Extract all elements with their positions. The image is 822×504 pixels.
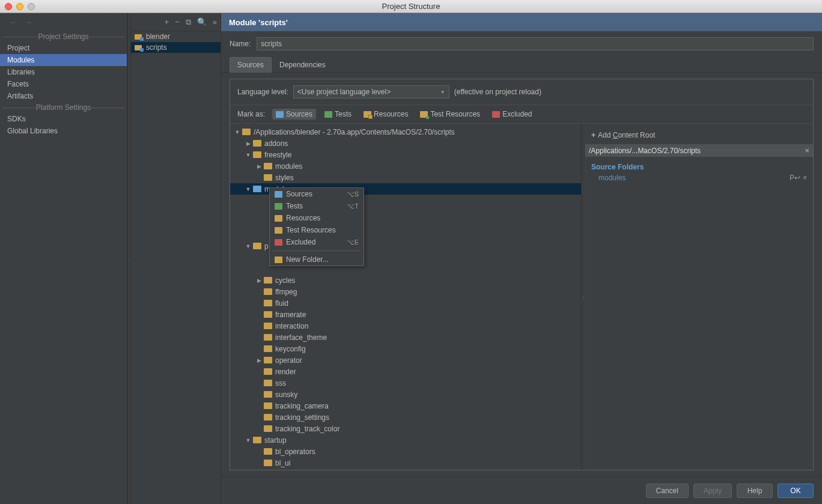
tree-root[interactable]: /Applications/blender - 2.70a.app/Conten…	[230, 126, 581, 138]
expand-arrow-icon[interactable]	[255, 163, 263, 169]
tree-node[interactable]: interface_theme	[230, 332, 581, 343]
tree-node[interactable]: sunsky	[230, 389, 581, 400]
mark-sources-button[interactable]: Sources	[272, 109, 316, 120]
tree-node[interactable]: tracking_settings	[230, 411, 581, 423]
expand-arrow-icon[interactable]	[234, 129, 241, 135]
sources-tab-content: Language level: <Use project language le…	[230, 79, 814, 470]
copy-module-icon[interactable]: ⧉	[186, 17, 191, 27]
tree-node[interactable]: keyconfig	[230, 343, 581, 354]
package-prefix-icon[interactable]: P↩	[790, 174, 800, 182]
mark-test-resources-button[interactable]: Test Resources	[416, 109, 484, 120]
folder-icon	[264, 448, 272, 455]
sidebar-item-global-libraries[interactable]: Global Libraries	[0, 125, 127, 137]
resources-icon	[275, 215, 282, 222]
sidebar-item-sdks[interactable]: SDKs	[0, 113, 127, 125]
content-tree[interactable]: /Applications/blender - 2.70a.app/Conten…	[230, 124, 581, 470]
remove-content-root-icon[interactable]: ×	[805, 146, 809, 155]
tree-node[interactable]: modules	[230, 160, 581, 172]
nav-back-icon[interactable]: ←	[10, 17, 18, 27]
nav-forward-icon[interactable]: →	[24, 17, 32, 27]
content-root-path[interactable]: /Applications/...MacOS/2.70/scripts ×	[585, 144, 813, 157]
module-item-scripts[interactable]: scripts	[131, 42, 221, 53]
tree-node[interactable]: cycles	[230, 275, 581, 286]
folder-icon	[264, 357, 272, 363]
module-item-blender[interactable]: blender	[131, 31, 221, 42]
expand-arrow-icon[interactable]	[245, 243, 252, 249]
tree-node[interactable]: bl_operators	[230, 446, 581, 457]
tree-node[interactable]: bl_ui	[230, 457, 581, 469]
module-name-input[interactable]	[257, 37, 814, 50]
tree-node[interactable]: ffmpeg	[230, 286, 581, 297]
sidebar-item-facets[interactable]: Facets	[0, 78, 127, 90]
language-level-select[interactable]: <Use project language level>	[293, 85, 449, 99]
tree-node[interactable]: framerate	[230, 309, 581, 320]
context-menu-label: Sources	[286, 190, 312, 198]
help-button[interactable]: Help	[737, 484, 773, 498]
tree-node[interactable]: freestyle	[230, 149, 581, 160]
folder-icon	[253, 186, 261, 192]
source-folder-item[interactable]: modules P↩ ×	[591, 172, 807, 183]
context-menu-item-test-resources[interactable]: Test Resources	[270, 224, 364, 236]
tree-node[interactable]: styles	[230, 172, 581, 183]
tree-label: ffmpeg	[275, 288, 297, 296]
sidebar-item-artifacts[interactable]: Artifacts	[0, 90, 127, 102]
tree-node[interactable]: render	[230, 366, 581, 377]
tree-node[interactable]: startup	[230, 434, 581, 446]
mark-as-toolbar: Mark as: Sources Tests Resources Test Re…	[230, 105, 813, 124]
zoom-window-button[interactable]	[28, 3, 35, 10]
context-menu-item-tests[interactable]: Tests⌥T	[270, 200, 364, 212]
search-module-icon[interactable]: 🔍	[197, 17, 207, 26]
tree-node[interactable]: addons	[230, 138, 581, 149]
expand-arrow-icon[interactable]	[255, 278, 263, 284]
modules-list-panel: + − ⧉ 🔍 » blender scripts	[131, 13, 221, 504]
expand-arrow-icon[interactable]	[245, 437, 252, 443]
cancel-button[interactable]: Cancel	[646, 484, 689, 498]
ok-button[interactable]: OK	[778, 484, 814, 498]
unmark-source-icon[interactable]: ×	[803, 174, 807, 182]
modules-toolbar: + − ⧉ 🔍 »	[131, 13, 221, 31]
tree-node[interactable]: tracking_track_color	[230, 423, 581, 434]
context-menu-item-excluded[interactable]: Excluded⌥E	[270, 236, 364, 248]
minimize-window-button[interactable]	[16, 3, 23, 10]
add-module-icon[interactable]: +	[165, 17, 169, 26]
sidebar-item-libraries[interactable]: Libraries	[0, 66, 127, 78]
sidebar-item-modules[interactable]: Modules	[0, 54, 127, 66]
plus-icon: +	[591, 131, 595, 139]
expand-arrow-icon[interactable]	[245, 141, 252, 147]
module-tabs: Sources Dependencies	[221, 56, 822, 73]
sidebar-item-project[interactable]: Project	[0, 42, 127, 54]
folder-icon	[264, 311, 272, 318]
tab-sources[interactable]: Sources	[230, 57, 272, 73]
tree-node[interactable]: tracking_camera	[230, 400, 581, 411]
more-toolbar-icon[interactable]: »	[213, 17, 217, 26]
mark-tests-button[interactable]: Tests	[321, 109, 355, 120]
tree-node[interactable]: fluid	[230, 297, 581, 309]
close-window-button[interactable]	[5, 3, 12, 10]
context-menu-item-sources[interactable]: Sources⌥S	[270, 188, 364, 200]
apply-button[interactable]: Apply	[693, 484, 732, 498]
context-menu-label: Excluded	[286, 238, 315, 246]
tree-label: startup	[264, 436, 287, 445]
expand-arrow-icon[interactable]	[245, 186, 252, 192]
mark-excluded-button[interactable]: Excluded	[489, 109, 535, 120]
mark-resources-button[interactable]: Resources	[360, 109, 412, 120]
context-menu-item-new-folder-[interactable]: New Folder...	[270, 254, 364, 266]
newfolder-icon	[275, 257, 282, 263]
sources-folder-icon	[276, 111, 284, 118]
expand-arrow-icon[interactable]	[245, 152, 252, 158]
tree-label: addons	[264, 139, 288, 148]
add-content-root-button[interactable]: + Add Content Root	[591, 129, 807, 142]
tree-label: sss	[275, 379, 286, 387]
tree-node[interactable]: sss	[230, 377, 581, 389]
tree-node[interactable]: interaction	[230, 320, 581, 332]
tab-dependencies[interactable]: Dependencies	[272, 57, 333, 73]
nav-history: ← →	[0, 13, 127, 31]
tree-label: tracking_camera	[275, 402, 329, 410]
expand-arrow-icon[interactable]	[255, 357, 263, 363]
traffic-lights	[0, 3, 35, 10]
module-icon	[135, 44, 143, 51]
remove-module-icon[interactable]: −	[175, 17, 180, 26]
tree-node[interactable]: operator	[230, 354, 581, 366]
folder-icon	[264, 402, 272, 409]
context-menu-item-resources[interactable]: Resources	[270, 212, 364, 224]
